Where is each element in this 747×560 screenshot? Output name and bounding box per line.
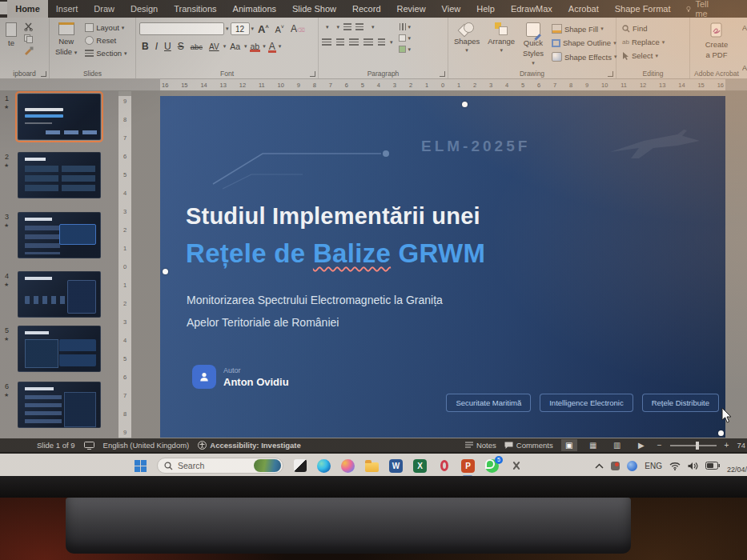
selection-handle-left[interactable] bbox=[163, 269, 168, 274]
clear-formatting-button[interactable]: A⌫ bbox=[288, 23, 307, 34]
arrange-button[interactable]: Arrange▾ bbox=[485, 21, 517, 68]
normal-view-button[interactable]: ▣ bbox=[561, 439, 577, 451]
copilot-icon[interactable] bbox=[340, 458, 355, 474]
tab-edrawmax[interactable]: EdrawMax bbox=[503, 0, 560, 18]
zoom-out-button[interactable]: − bbox=[657, 441, 662, 450]
thumbnail-panel[interactable]: 1★2★3★4★5★6★ bbox=[0, 91, 118, 438]
align-center-button[interactable] bbox=[336, 38, 344, 46]
tab-animations[interactable]: Animations bbox=[225, 0, 284, 18]
tab-view[interactable]: View bbox=[434, 0, 469, 18]
edge-icon[interactable] bbox=[316, 458, 331, 474]
shape-effects-button[interactable]: Shape Effects▾ bbox=[549, 51, 620, 62]
columns-button[interactable] bbox=[378, 38, 385, 46]
tab-draw[interactable]: Draw bbox=[86, 0, 122, 18]
selection-handle-bottom-right[interactable] bbox=[718, 430, 724, 436]
italic-button[interactable]: I bbox=[153, 41, 160, 52]
thumbnail-slide-4[interactable] bbox=[18, 271, 101, 318]
slide-canvas[interactable]: ELM-2025F Studiul Implementării unei Reț… bbox=[160, 96, 725, 438]
wifi-icon[interactable] bbox=[669, 462, 681, 470]
paste-button[interactable]: te bbox=[3, 21, 19, 55]
zoom-slider[interactable] bbox=[670, 445, 717, 446]
comments-toggle[interactable]: Comments bbox=[504, 441, 553, 450]
shape-fill-button[interactable]: Shape Fill▾ bbox=[549, 23, 620, 34]
new-slide-button[interactable]: New Slide ▾ bbox=[53, 21, 79, 58]
input-language[interactable]: ENG bbox=[645, 462, 662, 470]
thumbnail-slide-6[interactable] bbox=[18, 382, 101, 428]
smartart-button[interactable]: ▾ bbox=[396, 45, 414, 54]
slide-badge[interactable]: Rețele Distribuite bbox=[642, 394, 719, 412]
slide-badge[interactable]: Intelligence Electronic bbox=[540, 394, 633, 412]
volume-icon[interactable] bbox=[688, 462, 698, 470]
slide-sorter-view-button[interactable]: ▦ bbox=[585, 439, 601, 451]
zoom-percentage[interactable]: 74 bbox=[737, 441, 745, 450]
create-pdf-button[interactable]: Create a PDF bbox=[693, 21, 740, 61]
tab-record[interactable]: Record bbox=[344, 0, 388, 18]
taskbar-search[interactable]: Search bbox=[157, 458, 283, 474]
excel-icon[interactable]: X bbox=[412, 458, 428, 474]
shape-outline-button[interactable]: Shape Outline▾ bbox=[549, 38, 620, 48]
align-right-button[interactable] bbox=[349, 38, 359, 46]
tray-chevron-icon[interactable] bbox=[595, 463, 604, 469]
thumbnail-slide-1[interactable] bbox=[18, 94, 101, 140]
layout-button[interactable]: Layout▾ bbox=[82, 22, 129, 33]
increase-indent-button[interactable] bbox=[355, 23, 363, 30]
tab-review[interactable]: Review bbox=[389, 0, 434, 18]
font-dialog-launcher[interactable] bbox=[310, 71, 315, 77]
folder-icon[interactable] bbox=[364, 458, 380, 474]
vertical-ruler[interactable]: 9876543210123456789 bbox=[118, 91, 131, 438]
whatsapp-icon[interactable]: 5 bbox=[484, 458, 500, 474]
copy-icon[interactable] bbox=[24, 34, 33, 43]
quick-styles-button[interactable]: Quick Styles ▾ bbox=[520, 21, 546, 68]
tab-help[interactable]: Help bbox=[468, 0, 503, 18]
cut-icon[interactable] bbox=[24, 22, 34, 31]
zoom-slider-handle[interactable] bbox=[696, 442, 699, 450]
tab-slide-show[interactable]: Slide Show bbox=[284, 0, 344, 18]
format-painter-icon[interactable] bbox=[24, 46, 34, 55]
zoom-in-button[interactable]: + bbox=[725, 441, 729, 450]
tray-app-icon[interactable] bbox=[611, 462, 620, 470]
language-indicator[interactable]: English (United Kingdom) bbox=[103, 441, 190, 450]
snip-icon[interactable] bbox=[508, 458, 524, 474]
slide-subtitle-line1[interactable]: Monitorizarea Spectrului Electromagnetic… bbox=[187, 294, 443, 306]
slide-title-line1[interactable]: Studiul Implementării unei bbox=[186, 203, 480, 230]
tab-home[interactable]: Home bbox=[7, 0, 48, 18]
shapes-button[interactable]: Shapes▾ bbox=[452, 21, 482, 68]
tab-design[interactable]: Design bbox=[122, 0, 166, 18]
slide-subtitle-line2[interactable]: Apelor Teritoriale ale României bbox=[187, 316, 339, 329]
shrink-font-button[interactable]: A˅ bbox=[273, 24, 287, 34]
reading-view-button[interactable]: ▥ bbox=[609, 439, 625, 451]
font-size-input[interactable]: 12 bbox=[231, 22, 250, 35]
align-left-button[interactable] bbox=[322, 38, 331, 46]
thumbnail-slide-3[interactable] bbox=[18, 212, 101, 258]
grow-font-button[interactable]: A˄ bbox=[255, 23, 271, 35]
notes-toggle[interactable]: Notes bbox=[465, 441, 496, 450]
strikethrough-button[interactable]: abc bbox=[188, 42, 205, 51]
slide-title-line2[interactable]: Rețele de Balize GRWM bbox=[186, 238, 485, 269]
clipboard-dialog-launcher[interactable] bbox=[41, 71, 46, 77]
app-dark-icon[interactable] bbox=[292, 458, 307, 474]
slide-badge[interactable]: Securitate Maritimă bbox=[446, 394, 531, 412]
author-block[interactable]: Autor Anton Ovidiu bbox=[192, 365, 289, 389]
paragraph-dialog-launcher[interactable] bbox=[440, 71, 445, 77]
change-case-button[interactable]: Aa bbox=[227, 42, 243, 51]
battery-icon[interactable] bbox=[705, 462, 720, 470]
slide-indicator[interactable]: Slide 1 of 9 bbox=[37, 441, 75, 450]
tell-me[interactable]: Tell me bbox=[678, 0, 747, 18]
font-name-input[interactable] bbox=[139, 22, 224, 35]
underline-button[interactable]: U bbox=[162, 41, 174, 52]
accessibility-status[interactable]: Accessibility: Investigate bbox=[198, 441, 301, 450]
slideshow-button[interactable]: ▶ bbox=[633, 439, 649, 451]
text-direction-button[interactable]: ▾ bbox=[396, 22, 414, 31]
bold-button[interactable]: B bbox=[139, 41, 151, 52]
decrease-indent-button[interactable] bbox=[343, 23, 351, 30]
word-icon[interactable]: W bbox=[388, 458, 404, 474]
tab-shape-format[interactable]: Shape Format bbox=[607, 0, 679, 18]
powerpoint-icon[interactable]: P bbox=[460, 458, 476, 474]
tray-blue-app-icon[interactable] bbox=[627, 461, 637, 471]
start-button[interactable] bbox=[133, 458, 148, 474]
justify-button[interactable] bbox=[363, 38, 373, 46]
thumbnail-slide-5[interactable] bbox=[18, 326, 101, 372]
shadow-button[interactable]: S bbox=[175, 41, 187, 52]
tab-acrobat[interactable]: Acrobat bbox=[560, 0, 607, 18]
display-settings[interactable] bbox=[84, 442, 94, 450]
